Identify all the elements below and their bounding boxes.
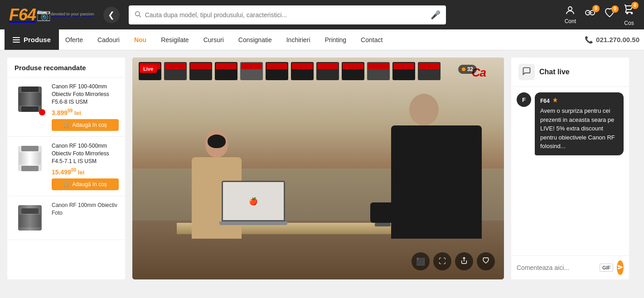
chat-sender: F64 xyxy=(540,97,618,105)
logo-subtitle: devoted to your passion xyxy=(51,12,94,16)
account-icon xyxy=(565,5,576,18)
laptop-base xyxy=(219,221,287,225)
nav-cursuri[interactable]: Cursuri xyxy=(197,29,230,50)
comparison-button[interactable]: 0 xyxy=(584,7,596,23)
gif-button[interactable]: GIF xyxy=(600,264,613,272)
cart-btn-icon-1: 🛒 xyxy=(63,122,70,128)
chat-messages: F F64 Avem o surpriza pentru cei prezent… xyxy=(511,87,629,255)
nav-contact[interactable]: Contact xyxy=(354,29,389,50)
product-price-1: 3.89999 lei xyxy=(52,108,119,116)
chat-panel: Chat live F F64 Avem o surpriza pentru c… xyxy=(511,58,629,279)
comparison-badge: 0 xyxy=(592,5,600,12)
produse-menu[interactable]: Produse xyxy=(5,29,59,50)
search-bar: 🎤 xyxy=(129,5,446,24)
video-area[interactable]: 🍎 Ca Live 32 ⬛ ⛶ xyxy=(132,58,504,279)
shelf-cam-3 xyxy=(189,62,212,80)
sidebar-title: Produse recomandate xyxy=(7,64,125,77)
chat-bubble: F64 Avem o surpriza pentru cei prezenti … xyxy=(535,92,624,155)
price-main-1: 3.899 xyxy=(52,109,68,116)
cart-badge: 0 xyxy=(631,2,639,9)
phone-number[interactable]: 📞 021.270.00.50 xyxy=(585,36,639,44)
chat-input-area: GIF xyxy=(511,255,629,279)
product-image-3 xyxy=(14,202,46,234)
account-button[interactable]: Cont xyxy=(565,5,576,24)
chat-input[interactable] xyxy=(517,264,596,271)
person1-head xyxy=(205,130,228,157)
nav-cadouri[interactable]: Cadouri xyxy=(91,29,126,50)
svg-point-0 xyxy=(135,11,139,15)
gif-label: GIF xyxy=(602,265,610,270)
viewer-dot xyxy=(462,67,465,71)
shelf-cam-12 xyxy=(418,62,441,80)
svg-point-6 xyxy=(627,12,628,14)
nav-consignatie[interactable]: Consignatie xyxy=(232,29,278,50)
cart-btn-icon-2: 🛒 xyxy=(63,181,70,187)
shelf-cam-4 xyxy=(215,62,237,80)
send-icon xyxy=(617,264,624,272)
like-button[interactable] xyxy=(477,252,495,270)
canon-badge-1 xyxy=(39,109,45,115)
pin-icon xyxy=(552,97,558,105)
product-card-2[interactable]: Canon RF 100-500mm Obiectiv Foto Mirrorl… xyxy=(7,137,125,196)
fullscreen-icon: ⛶ xyxy=(439,257,446,265)
fullscreen-button[interactable]: ⛶ xyxy=(433,252,451,270)
back-arrow-icon: ❮ xyxy=(108,10,115,20)
logo-text: F64 xyxy=(9,5,36,24)
hamburger-icon xyxy=(13,37,20,43)
product-card[interactable]: Canon RF 100-400mm Obiectiv Foto Mirrorl… xyxy=(7,77,125,137)
nav-printing[interactable]: Printing xyxy=(319,29,353,50)
lens-visual-1 xyxy=(18,87,42,112)
person2 xyxy=(391,94,482,239)
screen-mode-icon: ⬛ xyxy=(416,257,425,266)
shelf-cam-2 xyxy=(164,62,187,80)
person2-head xyxy=(409,94,439,125)
cart-label: Cos xyxy=(624,20,634,26)
add-to-cart-button-2[interactable]: 🛒 Adaugă în coș xyxy=(52,178,119,190)
add-to-cart-button-1[interactable]: 🛒 Adaugă în coș xyxy=(52,119,119,131)
price-decimal-1: 99 xyxy=(68,108,73,113)
mic-icon[interactable]: 🎤 xyxy=(431,10,441,20)
share-button[interactable] xyxy=(455,252,473,270)
cart-btn-label-2: Adaugă în coș xyxy=(72,181,107,187)
header: F64 📷 devoted to your passion ❮ 🎤 Cont xyxy=(0,0,644,29)
screen-mode-button[interactable]: ⬛ xyxy=(412,252,430,270)
viewer-count: 32 xyxy=(467,66,473,72)
nav-nou[interactable]: Nou xyxy=(128,29,153,50)
search-input[interactable] xyxy=(145,11,431,19)
share-icon xyxy=(460,257,468,266)
price-currency-1: lei xyxy=(74,110,81,116)
account-label: Cont xyxy=(565,18,576,24)
product-image-1 xyxy=(14,83,46,115)
svg-line-1 xyxy=(139,15,141,17)
shelf-cam-6 xyxy=(266,62,288,80)
chat-title: Chat live xyxy=(539,68,570,76)
video-controls: ⬛ ⛶ xyxy=(412,252,495,270)
nav-oferte[interactable]: Oferte xyxy=(59,29,89,50)
product-price-2: 15.49900 lei xyxy=(52,168,119,176)
chat-bubble-icon xyxy=(522,67,531,78)
price-main-2: 15.499 xyxy=(52,168,71,176)
comparison-icon-wrap: 0 xyxy=(584,7,596,22)
heart-icon xyxy=(482,257,489,266)
laptop-screen: 🍎 xyxy=(222,181,285,221)
nav-inchirieri[interactable]: Inchirieri xyxy=(280,29,317,50)
cart-button[interactable]: 0 Cos xyxy=(623,4,635,26)
product-info-1: Canon RF 100-400mm Obiectiv Foto Mirrorl… xyxy=(52,83,119,131)
send-button[interactable] xyxy=(617,260,624,275)
back-button[interactable]: ❮ xyxy=(103,7,120,23)
chat-icon-wrap xyxy=(518,64,535,80)
chat-header: Chat live xyxy=(511,58,629,87)
viewer-count-badge: 32 xyxy=(458,65,477,74)
chat-message-text: Avem o surpriza pentru cei prezenti in a… xyxy=(540,107,615,149)
laptop: 🍎 xyxy=(222,181,285,225)
shelf-cam-8 xyxy=(316,62,339,80)
nav-resigilate[interactable]: Resigilate xyxy=(155,29,195,50)
product-info-2: Canon RF 100-500mm Obiectiv Foto Mirrorl… xyxy=(52,142,119,190)
chat-message: F F64 Avem o surpriza pentru cei prezent… xyxy=(517,92,624,155)
product-name-3: Canon RF 100mm Obiectiv Foto xyxy=(52,202,119,217)
wishlist-button[interactable]: 0 xyxy=(604,7,615,23)
lens-visual-3 xyxy=(18,205,42,231)
logo[interactable]: F64 📷 devoted to your passion xyxy=(9,5,94,24)
product-image-2 xyxy=(14,142,46,175)
product-card-3[interactable]: Canon RF 100mm Obiectiv Foto xyxy=(7,196,125,240)
